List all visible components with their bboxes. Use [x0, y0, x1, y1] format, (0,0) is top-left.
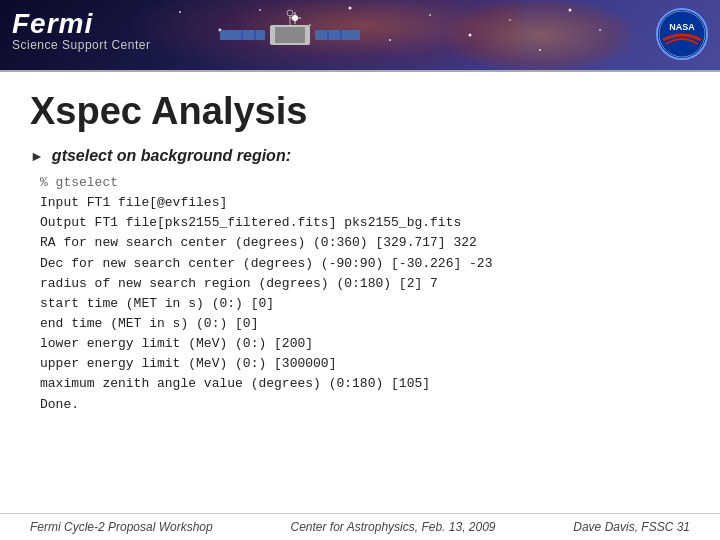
svg-point-9 — [539, 49, 541, 51]
code-line-9: lower energy limit (MeV) (0:) [200] — [40, 334, 690, 354]
code-line-7: start time (MET in s) (0:) [0] — [40, 294, 690, 314]
code-line-10: upper energy limit (MeV) (0:) [300000] — [40, 354, 690, 374]
svg-point-10 — [569, 9, 572, 12]
code-line-11: maximum zenith angle value (degrees) (0:… — [40, 374, 690, 394]
code-line-12: Done. — [40, 395, 690, 415]
svg-point-5 — [389, 39, 391, 41]
code-line-8: end time (MET in s) (0:) [0] — [40, 314, 690, 334]
code-line-1: % gtselect — [40, 173, 690, 193]
code-line-6: radius of new search region (degrees) (0… — [40, 274, 690, 294]
header-banner: Fermi Science Support Center NASA — [0, 0, 720, 70]
footer-right: Dave Davis, FSSC 31 — [573, 520, 690, 534]
fermi-logo: Fermi — [12, 8, 93, 40]
main-content: Xspec Analysis ► gtselect on background … — [0, 72, 720, 427]
code-line-3: Output FT1 file[pks2155_filtered.fits] p… — [40, 213, 690, 233]
svg-rect-16 — [275, 27, 305, 43]
footer-left: Fermi Cycle-2 Proposal Workshop — [30, 520, 213, 534]
footer-center: Center for Astrophysics, Feb. 13, 2009 — [291, 520, 496, 534]
bullet-item-gtselect: ► gtselect on background region: — [30, 147, 690, 165]
code-line-4: RA for new search center (degrees) (0:36… — [40, 233, 690, 253]
svg-text:NASA: NASA — [669, 22, 695, 32]
svg-point-11 — [599, 29, 601, 31]
footer: Fermi Cycle-2 Proposal Workshop Center f… — [0, 513, 720, 540]
bullet-label: gtselect on background region: — [52, 147, 291, 165]
svg-point-6 — [429, 14, 431, 16]
svg-rect-20 — [315, 30, 360, 40]
code-line-5: Dec for new search center (degrees) (-90… — [40, 254, 690, 274]
nasa-logo: NASA — [656, 8, 708, 60]
svg-point-0 — [179, 11, 181, 13]
code-line-2: Input FT1 file[@evfiles] — [40, 193, 690, 213]
svg-point-7 — [469, 34, 472, 37]
svg-point-8 — [509, 19, 511, 21]
bullet-arrow-icon: ► — [30, 148, 44, 164]
page-title: Xspec Analysis — [30, 90, 690, 133]
satellite-illustration — [200, 5, 380, 65]
code-block: % gtselect Input FT1 file[@evfiles] Outp… — [30, 173, 690, 415]
ssc-label: Science Support Center — [12, 38, 150, 52]
